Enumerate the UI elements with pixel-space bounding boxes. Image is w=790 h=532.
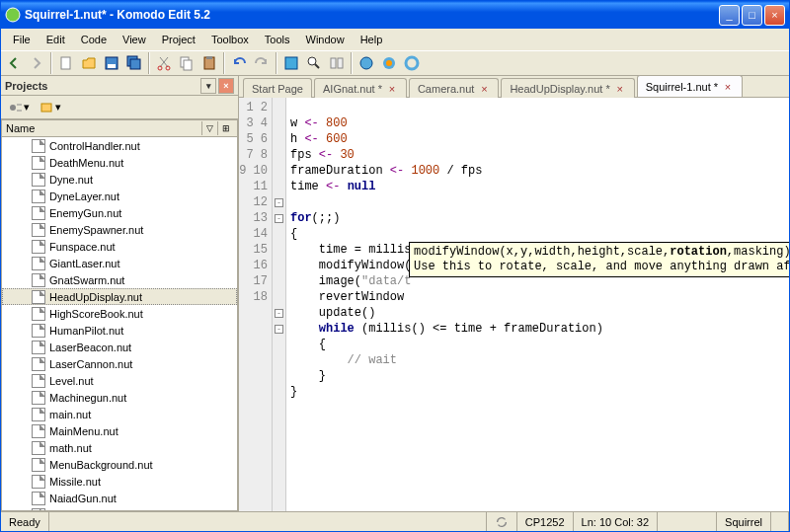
fold-toggle[interactable]: - bbox=[275, 214, 283, 223]
menu-edit[interactable]: Edit bbox=[39, 31, 73, 48]
columns-button[interactable]: ⊞ bbox=[217, 121, 233, 135]
minimize-button[interactable]: _ bbox=[719, 5, 740, 26]
forward-button[interactable] bbox=[26, 52, 47, 74]
code-editor[interactable]: w <- 800 h <- 600 fps <- 30 frameDuratio… bbox=[286, 98, 789, 511]
toggle-button[interactable] bbox=[326, 52, 348, 74]
status-language[interactable]: Squirrel bbox=[717, 512, 771, 531]
status-bar: Ready CP1252 Ln: 10 Col: 32 Squirrel bbox=[1, 511, 789, 531]
fold-toggle[interactable]: - bbox=[275, 325, 283, 334]
file-item[interactable]: Dyne.nut bbox=[2, 171, 237, 188]
file-item[interactable]: DyneLayer.nut bbox=[2, 188, 237, 204]
paste-button[interactable] bbox=[198, 52, 220, 74]
projects-menu-button[interactable]: ▾ bbox=[200, 78, 216, 94]
file-icon bbox=[32, 290, 45, 304]
file-item[interactable]: math.nut bbox=[2, 439, 237, 456]
name-column-header[interactable]: Name ▽ ⊞ bbox=[1, 119, 238, 137]
close-button[interactable]: × bbox=[764, 5, 785, 26]
svg-rect-21 bbox=[41, 104, 51, 112]
file-item[interactable]: HeadUpDisplay.nut bbox=[2, 288, 237, 305]
file-item[interactable]: EnemyGun.nut bbox=[2, 204, 237, 221]
tab-label: Start Page bbox=[252, 83, 303, 95]
new-button[interactable] bbox=[55, 52, 77, 74]
editor-tab[interactable]: AIGnat.nut *× bbox=[314, 78, 407, 98]
svg-rect-12 bbox=[285, 57, 297, 69]
fold-gutter[interactable]: ---- bbox=[273, 98, 286, 511]
file-item[interactable]: GiantLaser.nut bbox=[2, 255, 237, 271]
file-item[interactable]: NaiadGun.nut bbox=[2, 490, 237, 506]
file-label: MenuBackground.nut bbox=[49, 459, 153, 471]
menu-code[interactable]: Code bbox=[73, 31, 115, 48]
file-item[interactable]: main.nut bbox=[2, 406, 237, 422]
editor-tab[interactable]: Camera.nut× bbox=[409, 78, 499, 98]
project-config-button[interactable]: ▾ bbox=[5, 97, 33, 118]
file-label: MainMenu.nut bbox=[49, 425, 118, 437]
fold-toggle[interactable]: - bbox=[275, 198, 283, 207]
tab-label: Squirrel-1.nut * bbox=[646, 81, 718, 93]
menu-toolbox[interactable]: Toolbox bbox=[203, 31, 257, 48]
preview-button[interactable] bbox=[280, 52, 302, 74]
find-button[interactable] bbox=[303, 52, 325, 74]
svg-point-16 bbox=[360, 57, 372, 69]
copy-button[interactable] bbox=[176, 52, 198, 74]
sort-button[interactable]: ▽ bbox=[201, 121, 217, 135]
svg-rect-3 bbox=[108, 64, 116, 68]
file-item[interactable]: MenuBackground.nut bbox=[2, 456, 237, 473]
file-icon bbox=[32, 341, 45, 354]
file-list[interactable]: ControlHandler.nutDeathMenu.nutDyne.nutD… bbox=[1, 137, 238, 511]
editor-tab[interactable]: HeadUpDisplay.nut *× bbox=[501, 78, 634, 98]
maximize-button[interactable]: □ bbox=[742, 5, 762, 26]
menu-window[interactable]: Window bbox=[298, 31, 353, 48]
save-all-button[interactable] bbox=[123, 52, 145, 74]
menu-view[interactable]: View bbox=[115, 31, 154, 48]
file-item[interactable]: OptionHandler.nut bbox=[2, 506, 237, 511]
file-item[interactable]: HighScoreBook.nut bbox=[2, 305, 237, 322]
tab-close-icon[interactable]: × bbox=[614, 83, 626, 95]
file-icon bbox=[32, 273, 45, 287]
status-sync-icon[interactable] bbox=[487, 512, 517, 531]
save-button[interactable] bbox=[101, 52, 122, 74]
menu-tools[interactable]: Tools bbox=[257, 31, 298, 48]
menu-project[interactable]: Project bbox=[154, 31, 203, 48]
file-label: Level.nut bbox=[49, 375, 94, 387]
status-encoding[interactable]: CP1252 bbox=[517, 512, 574, 531]
projects-title: Projects bbox=[5, 80, 47, 92]
file-item[interactable]: Level.nut bbox=[2, 372, 237, 389]
file-item[interactable]: HumanPilot.nut bbox=[2, 322, 237, 339]
line-gutter: 1 2 3 4 5 6 7 8 9 10 11 12 13 14 15 16 1… bbox=[239, 98, 273, 511]
menu-file[interactable]: File bbox=[5, 31, 39, 48]
tab-close-icon[interactable]: × bbox=[478, 83, 490, 95]
back-button[interactable] bbox=[3, 52, 25, 74]
cut-button[interactable] bbox=[153, 52, 175, 74]
file-item[interactable]: LaserBeacon.nut bbox=[2, 339, 237, 355]
fold-toggle[interactable]: - bbox=[275, 309, 283, 318]
file-item[interactable]: LaserCannon.nut bbox=[2, 355, 237, 372]
menu-help[interactable]: Help bbox=[353, 31, 391, 48]
tab-close-icon[interactable]: × bbox=[386, 83, 398, 95]
browser1-button[interactable] bbox=[356, 52, 377, 74]
file-item[interactable]: GnatSwarm.nut bbox=[2, 271, 237, 288]
file-item[interactable]: Funspace.nut bbox=[2, 238, 237, 255]
file-item[interactable]: DeathMenu.nut bbox=[2, 154, 237, 171]
project-add-button[interactable]: ▾ bbox=[37, 97, 64, 118]
open-button[interactable] bbox=[78, 52, 100, 74]
file-item[interactable]: EnemySpawner.nut bbox=[2, 221, 237, 238]
file-item[interactable]: Machinegun.nut bbox=[2, 389, 237, 406]
editor-tab[interactable]: Squirrel-1.nut *× bbox=[637, 75, 743, 97]
redo-button[interactable] bbox=[251, 52, 273, 74]
tab-label: Camera.nut bbox=[418, 83, 474, 95]
tab-label: AIGnat.nut * bbox=[323, 83, 382, 95]
browser3-button[interactable] bbox=[401, 52, 423, 74]
undo-button[interactable] bbox=[228, 52, 250, 74]
file-item[interactable]: ControlHandler.nut bbox=[2, 137, 237, 154]
projects-sidebar: Projects ▾ × ▾ ▾ Name ▽ ⊞ ControlHandler… bbox=[1, 76, 239, 511]
file-label: HumanPilot.nut bbox=[49, 325, 123, 337]
status-ready: Ready bbox=[1, 512, 49, 531]
tab-close-icon[interactable]: × bbox=[722, 81, 734, 93]
projects-close-button[interactable]: × bbox=[218, 78, 234, 94]
browser2-button[interactable] bbox=[378, 52, 400, 74]
svg-rect-9 bbox=[184, 60, 192, 70]
file-item[interactable]: Missile.nut bbox=[2, 473, 237, 490]
file-label: Dyne.nut bbox=[49, 174, 93, 186]
file-item[interactable]: MainMenu.nut bbox=[2, 422, 237, 439]
editor-tab[interactable]: Start Page bbox=[243, 78, 312, 98]
